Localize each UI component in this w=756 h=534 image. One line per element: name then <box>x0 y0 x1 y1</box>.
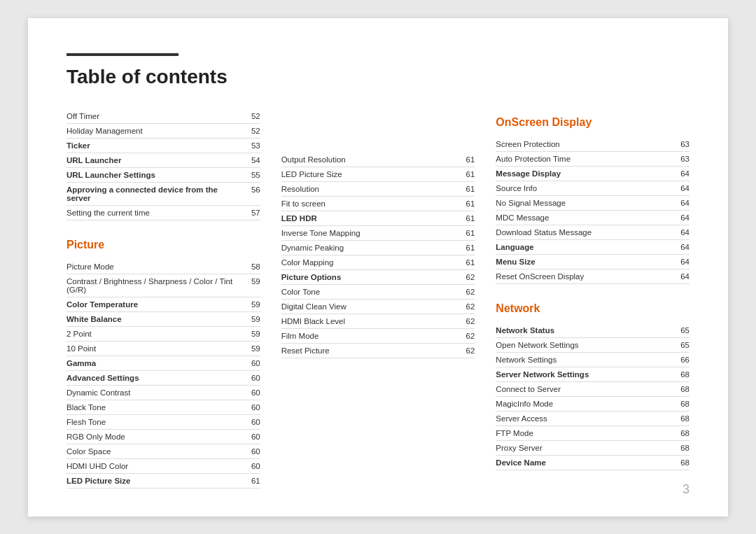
entry-label: 10 Point <box>66 344 246 353</box>
entry-label: Connect to Server <box>496 385 676 393</box>
list-item: Reset Picture62 <box>281 344 475 358</box>
list-item: 10 Point59 <box>66 342 260 356</box>
entry-page: 60 <box>246 374 260 382</box>
entry-label: Auto Protection Time <box>496 155 676 163</box>
entry-page: 61 <box>461 214 475 223</box>
list-item: MagicInfo Mode68 <box>496 397 690 412</box>
col1: Off Timer52Holiday Management52Ticker53U… <box>66 109 281 489</box>
entry-page: 64 <box>676 169 690 178</box>
list-item: Picture Mode58 <box>66 260 260 274</box>
list-item: LED Picture Size61 <box>281 167 475 182</box>
list-item: Server Network Settings68 <box>496 367 690 382</box>
list-item: Server Access68 <box>496 412 690 426</box>
entry-page: 61 <box>461 185 475 193</box>
entry-label: URL Launcher <box>66 156 246 164</box>
entry-label: White Balance <box>66 315 246 323</box>
list-item: Ticker53 <box>66 139 260 153</box>
entry-label: URL Launcher Settings <box>66 171 246 179</box>
entry-page: 61 <box>461 229 475 237</box>
page-title: Table of contents <box>66 66 690 88</box>
entry-label: Color Temperature <box>66 300 246 309</box>
entry-label: Language <box>496 243 676 251</box>
list-item: Resolution61 <box>281 182 475 197</box>
entry-label: Color Space <box>66 447 246 456</box>
entry-page: 61 <box>461 258 475 267</box>
page-number: 3 <box>682 482 690 497</box>
entry-label: Advanced Settings <box>66 374 246 382</box>
entry-page: 65 <box>676 341 690 349</box>
entry-page: 53 <box>246 141 260 150</box>
entry-label: Device Name <box>496 458 676 467</box>
entry-page: 54 <box>246 156 260 164</box>
pre-section-items: Off Timer52Holiday Management52Ticker53U… <box>66 109 260 220</box>
entry-label: Holiday Management <box>66 127 246 135</box>
entry-page: 52 <box>246 112 260 120</box>
entry-page: 64 <box>676 228 690 237</box>
list-item: Film Mode62 <box>281 329 475 344</box>
entry-page: 68 <box>676 429 690 437</box>
entry-page: 61 <box>461 244 475 252</box>
entry-label: Screen Protection <box>496 140 676 148</box>
entry-page: 59 <box>246 344 260 353</box>
entry-label: Fit to screen <box>281 199 461 208</box>
list-item: Menu Size64 <box>496 255 690 269</box>
entry-page: 68 <box>676 458 690 467</box>
network-items: Network Status65Open Network Settings65N… <box>496 323 690 470</box>
entry-page: 66 <box>676 356 690 364</box>
section-title-network: Network <box>496 302 690 315</box>
list-item: Source Info64 <box>496 181 690 196</box>
entry-label: Picture Options <box>281 273 461 281</box>
entry-label: Open Network Settings <box>496 341 676 349</box>
entry-page: 68 <box>676 400 690 408</box>
list-item: Picture Options62 <box>281 270 475 285</box>
entry-label: Output Resolution <box>281 155 461 164</box>
entry-label: HDMI Black Level <box>281 317 461 325</box>
col3: OnScreen Display Screen Protection63Auto… <box>496 109 690 489</box>
entry-label: Network Status <box>496 326 676 335</box>
list-item: No Signal Message64 <box>496 196 690 211</box>
section-title-onscreen: OnScreen Display <box>496 116 690 129</box>
entry-label: LED Picture Size <box>66 477 246 485</box>
entry-label: HDMI UHD Color <box>66 462 246 470</box>
columns: Off Timer52Holiday Management52Ticker53U… <box>66 109 690 489</box>
entry-page: 64 <box>676 272 690 281</box>
section-title-picture: Picture <box>66 239 260 251</box>
entry-page: 62 <box>461 317 475 325</box>
entry-page: 65 <box>676 326 690 335</box>
list-item: Advanced Settings60 <box>66 371 260 386</box>
entry-label: Off Timer <box>66 112 246 120</box>
list-item: Color Temperature59 <box>66 297 260 312</box>
list-item: Dynamic Peaking61 <box>281 241 475 255</box>
title-bar <box>66 53 178 56</box>
list-item: URL Launcher54 <box>66 153 260 168</box>
entry-label: No Signal Message <box>496 199 676 207</box>
entry-page: 60 <box>246 388 260 397</box>
entry-page: 56 <box>246 185 260 194</box>
col2-items: Output Resolution61LED Picture Size61Res… <box>281 153 475 358</box>
list-item: LED HDR61 <box>281 211 475 226</box>
list-item: Proxy Server68 <box>496 441 690 456</box>
entry-label: Gamma <box>66 359 246 367</box>
list-item: Holiday Management52 <box>66 124 260 139</box>
onscreen-items: Screen Protection63Auto Protection Time6… <box>496 137 690 284</box>
list-item: HDMI UHD Color60 <box>66 459 260 474</box>
list-item: MDC Message64 <box>496 211 690 225</box>
list-item: Dynamic Contrast60 <box>66 386 260 400</box>
list-item: RGB Only Mode60 <box>66 430 260 444</box>
list-item: Setting the current time57 <box>66 206 260 220</box>
list-item: Color Tone62 <box>281 285 475 300</box>
entry-label: Menu Size <box>496 258 676 266</box>
list-item: 2 Point59 <box>66 327 260 342</box>
list-item: Screen Protection63 <box>496 137 690 152</box>
entry-page: 68 <box>676 444 690 452</box>
col2: Output Resolution61LED Picture Size61Res… <box>281 109 496 489</box>
entry-label: LED HDR <box>281 214 461 223</box>
entry-label: Color Mapping <box>281 258 461 267</box>
entry-page: 62 <box>461 273 475 281</box>
entry-page: 59 <box>246 300 260 309</box>
entry-page: 60 <box>246 418 260 426</box>
list-item: Network Status65 <box>496 323 690 338</box>
entry-label: MagicInfo Mode <box>496 400 676 408</box>
list-item: FTP Mode68 <box>496 426 690 441</box>
entry-page: 61 <box>461 199 475 208</box>
